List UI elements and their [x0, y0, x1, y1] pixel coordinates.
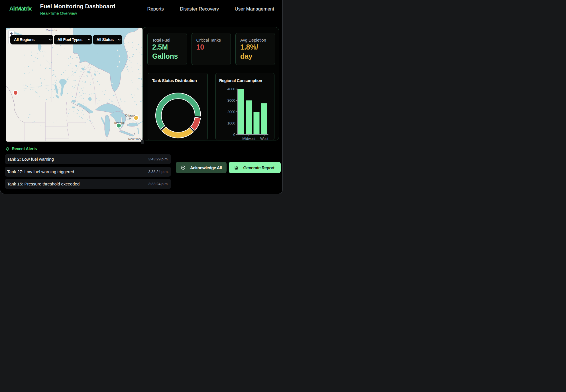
svg-text:Canada: Canada: [46, 28, 57, 32]
svg-text:New York: New York: [128, 137, 141, 141]
svg-text:1000: 1000: [227, 121, 235, 125]
svg-text:West: West: [260, 136, 268, 140]
svg-text:2000: 2000: [227, 110, 235, 114]
svg-text:4000: 4000: [227, 87, 235, 91]
svg-text:0: 0: [233, 132, 235, 137]
svg-text:Midwest: Midwest: [242, 136, 255, 140]
svg-text:3000: 3000: [227, 98, 235, 103]
